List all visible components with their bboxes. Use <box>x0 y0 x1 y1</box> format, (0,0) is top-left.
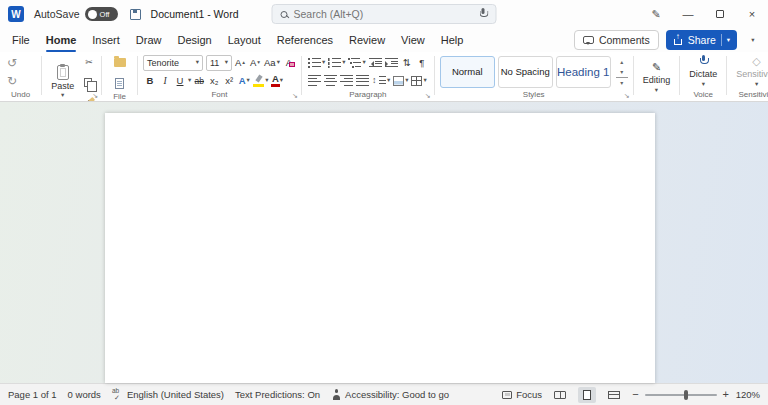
zoom-slider-thumb[interactable] <box>684 390 688 400</box>
font-size-combobox[interactable]: 11▾ <box>206 55 232 71</box>
accessibility-status[interactable]: Accessibility: Good to go <box>331 389 449 400</box>
search-input[interactable] <box>294 8 473 20</box>
redo-button[interactable]: ↻ <box>5 73 19 88</box>
save-icon[interactable] <box>130 9 141 20</box>
tab-file[interactable]: File <box>4 28 38 52</box>
font-color-button[interactable]: A▾ <box>271 73 285 89</box>
voice-search-mic-icon[interactable] <box>479 8 488 20</box>
chevron-down-icon: ▾ <box>702 81 705 88</box>
share-button[interactable]: Share ▾ <box>666 30 737 50</box>
sensitivity-button[interactable]: ◇ Sensitivity ▾ <box>732 54 768 89</box>
decrease-indent-button[interactable] <box>368 55 383 71</box>
numbering-button[interactable]: ▾ <box>327 55 346 71</box>
dictate-button[interactable]: Dictate ▾ <box>685 54 721 89</box>
minimize-button[interactable]: — <box>672 0 704 28</box>
underline-options-chevron[interactable]: ▾ <box>188 77 191 84</box>
zoom-out-button[interactable]: − <box>632 389 638 400</box>
clear-formatting-letter: A <box>286 57 292 68</box>
font-name-combobox[interactable]: Tenorite▾ <box>143 55 203 71</box>
focus-mode-button[interactable]: Focus <box>502 389 542 400</box>
paragraph-dialog-launcher[interactable]: ↘ <box>425 92 431 99</box>
subscript-button[interactable]: x₂ <box>207 73 221 89</box>
strikethrough-button[interactable]: ab <box>192 73 206 89</box>
autosave-control[interactable]: AutoSave Off <box>34 7 118 21</box>
language-status[interactable]: English (United States) <box>112 389 224 400</box>
document-page[interactable] <box>105 113 655 383</box>
tab-draw[interactable]: Draw <box>128 28 170 52</box>
chevron-down-icon[interactable]: ▾ <box>727 37 730 44</box>
web-layout-icon <box>608 391 620 399</box>
chevron-down-icon: ▾ <box>655 87 658 94</box>
tab-help[interactable]: Help <box>433 28 472 52</box>
text-highlight-button[interactable]: ▾ <box>252 73 269 89</box>
search-icon <box>281 11 288 18</box>
web-layout-button[interactable] <box>605 387 623 403</box>
page-info[interactable]: Page 1 of 1 <box>8 389 57 400</box>
font-size-value: 11 <box>210 58 219 68</box>
align-right-button[interactable] <box>339 73 354 89</box>
zoom-slider[interactable] <box>645 394 717 396</box>
zoom-in-button[interactable]: + <box>723 389 729 400</box>
tab-view[interactable]: View <box>393 28 433 52</box>
underline-button[interactable]: U <box>173 73 187 89</box>
tab-review[interactable]: Review <box>341 28 393 52</box>
justify-button[interactable] <box>355 73 370 89</box>
clear-formatting-button[interactable]: A <box>282 55 296 71</box>
editing-icon: ✎ <box>652 62 661 73</box>
paste-button[interactable]: Paste ▾ <box>47 64 78 100</box>
font-dialog-launcher[interactable]: ↘ <box>292 92 298 99</box>
text-effects-button[interactable]: A▾ <box>237 73 251 89</box>
undo-button[interactable]: ↺ <box>5 55 19 70</box>
tab-design[interactable]: Design <box>169 28 219 52</box>
tab-home[interactable]: Home <box>38 28 85 52</box>
editing-label: Editing <box>643 75 671 85</box>
tab-references[interactable]: References <box>269 28 341 52</box>
grow-font-button[interactable]: A▴ <box>233 55 247 71</box>
show-hide-marks-button[interactable]: ¶ <box>415 55 429 71</box>
word-count[interactable]: 0 words <box>68 389 101 400</box>
read-mode-button[interactable] <box>551 387 569 403</box>
styles-scroll-down-button[interactable]: ▾ <box>616 67 628 77</box>
shrink-font-button[interactable]: A▾ <box>248 55 262 71</box>
open-file-button[interactable] <box>113 54 127 70</box>
text-predictions-status[interactable]: Text Predictions: On <box>235 389 320 400</box>
styles-dialog-launcher[interactable]: ↘ <box>624 92 630 99</box>
increase-indent-button[interactable] <box>384 55 399 71</box>
editing-button[interactable]: ✎ Editing ▾ <box>639 54 675 101</box>
print-layout-button[interactable] <box>578 387 596 403</box>
change-case-button[interactable]: Aa▾ <box>263 55 281 71</box>
styles-gallery-more-button[interactable]: ▾ <box>616 77 628 87</box>
group-divider <box>301 56 302 95</box>
multilevel-list-button[interactable]: ▾ <box>347 55 366 71</box>
maximize-button[interactable] <box>704 0 736 28</box>
styles-scroll-up-button[interactable]: ▴ <box>616 57 628 67</box>
copy-button[interactable] <box>82 74 96 90</box>
cut-button[interactable]: ✂ <box>82 54 96 70</box>
tab-insert[interactable]: Insert <box>84 28 128 52</box>
align-center-button[interactable] <box>323 73 338 89</box>
line-spacing-button[interactable]: ▾ <box>371 73 391 89</box>
style-normal[interactable]: Normal <box>440 56 495 88</box>
zoom-level[interactable]: 120% <box>735 389 760 400</box>
comments-button[interactable]: Comments <box>574 30 659 50</box>
style-no-spacing[interactable]: No Spacing <box>498 56 553 88</box>
shading-button[interactable]: ▾ <box>392 73 409 89</box>
pen-icon[interactable]: ✎ <box>640 0 672 28</box>
align-left-button[interactable] <box>307 73 322 89</box>
tab-layout[interactable]: Layout <box>220 28 269 52</box>
italic-button[interactable]: I <box>158 73 172 89</box>
bold-button[interactable]: B <box>143 73 157 89</box>
borders-button[interactable]: ▾ <box>410 73 427 89</box>
sort-button[interactable]: ⇅ <box>400 55 414 71</box>
superscript-button[interactable]: x² <box>222 73 236 89</box>
ribbon-options-button[interactable]: ▾ <box>744 31 762 49</box>
bullets-button[interactable]: ▾ <box>307 55 326 71</box>
clipboard-dialog-launcher[interactable]: ↘ <box>92 92 98 99</box>
autosave-toggle[interactable]: Off <box>85 7 118 21</box>
search-bar[interactable] <box>272 4 497 24</box>
close-button[interactable]: × <box>736 0 768 28</box>
style-heading-1[interactable]: Heading 1 <box>556 56 611 88</box>
chevron-down-icon: ▾ <box>61 92 64 99</box>
chevron-down-icon: ▾ <box>277 59 280 66</box>
file-document-button[interactable] <box>113 75 127 91</box>
